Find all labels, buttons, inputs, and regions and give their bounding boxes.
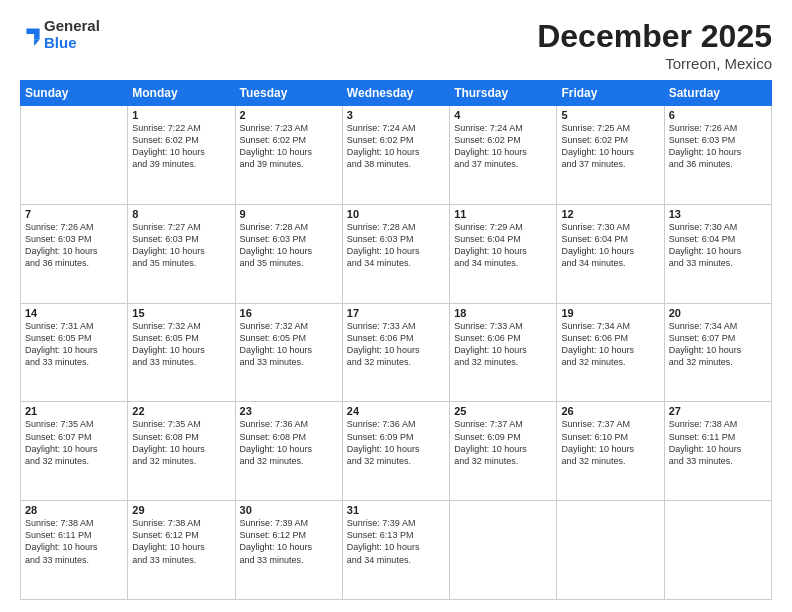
calendar-week-row: 28Sunrise: 7:38 AM Sunset: 6:11 PM Dayli…	[21, 501, 772, 600]
svg-marker-1	[34, 39, 40, 46]
table-row: 26Sunrise: 7:37 AM Sunset: 6:10 PM Dayli…	[557, 402, 664, 501]
table-row: 29Sunrise: 7:38 AM Sunset: 6:12 PM Dayli…	[128, 501, 235, 600]
table-row: 22Sunrise: 7:35 AM Sunset: 6:08 PM Dayli…	[128, 402, 235, 501]
day-number: 2	[240, 109, 338, 121]
day-number: 1	[132, 109, 230, 121]
table-row: 31Sunrise: 7:39 AM Sunset: 6:13 PM Dayli…	[342, 501, 449, 600]
day-number: 12	[561, 208, 659, 220]
table-row: 24Sunrise: 7:36 AM Sunset: 6:09 PM Dayli…	[342, 402, 449, 501]
table-row: 15Sunrise: 7:32 AM Sunset: 6:05 PM Dayli…	[128, 303, 235, 402]
col-wednesday: Wednesday	[342, 81, 449, 106]
day-info: Sunrise: 7:38 AM Sunset: 6:11 PM Dayligh…	[25, 517, 123, 566]
table-row: 12Sunrise: 7:30 AM Sunset: 6:04 PM Dayli…	[557, 204, 664, 303]
day-number: 15	[132, 307, 230, 319]
table-row	[664, 501, 771, 600]
day-info: Sunrise: 7:34 AM Sunset: 6:06 PM Dayligh…	[561, 320, 659, 369]
day-info: Sunrise: 7:28 AM Sunset: 6:03 PM Dayligh…	[347, 221, 445, 270]
day-info: Sunrise: 7:38 AM Sunset: 6:11 PM Dayligh…	[669, 418, 767, 467]
calendar-week-row: 7Sunrise: 7:26 AM Sunset: 6:03 PM Daylig…	[21, 204, 772, 303]
day-info: Sunrise: 7:24 AM Sunset: 6:02 PM Dayligh…	[347, 122, 445, 171]
table-row: 9Sunrise: 7:28 AM Sunset: 6:03 PM Daylig…	[235, 204, 342, 303]
day-info: Sunrise: 7:37 AM Sunset: 6:09 PM Dayligh…	[454, 418, 552, 467]
day-info: Sunrise: 7:23 AM Sunset: 6:02 PM Dayligh…	[240, 122, 338, 171]
day-info: Sunrise: 7:22 AM Sunset: 6:02 PM Dayligh…	[132, 122, 230, 171]
calendar-table: Sunday Monday Tuesday Wednesday Thursday…	[20, 80, 772, 600]
day-number: 29	[132, 504, 230, 516]
day-number: 5	[561, 109, 659, 121]
day-number: 28	[25, 504, 123, 516]
day-number: 31	[347, 504, 445, 516]
col-saturday: Saturday	[664, 81, 771, 106]
table-row: 25Sunrise: 7:37 AM Sunset: 6:09 PM Dayli…	[450, 402, 557, 501]
table-row: 6Sunrise: 7:26 AM Sunset: 6:03 PM Daylig…	[664, 106, 771, 205]
col-friday: Friday	[557, 81, 664, 106]
day-info: Sunrise: 7:36 AM Sunset: 6:08 PM Dayligh…	[240, 418, 338, 467]
day-number: 27	[669, 405, 767, 417]
day-info: Sunrise: 7:34 AM Sunset: 6:07 PM Dayligh…	[669, 320, 767, 369]
table-row: 21Sunrise: 7:35 AM Sunset: 6:07 PM Dayli…	[21, 402, 128, 501]
table-row: 3Sunrise: 7:24 AM Sunset: 6:02 PM Daylig…	[342, 106, 449, 205]
table-row: 8Sunrise: 7:27 AM Sunset: 6:03 PM Daylig…	[128, 204, 235, 303]
page-title: December 2025	[537, 18, 772, 55]
table-row	[450, 501, 557, 600]
day-info: Sunrise: 7:30 AM Sunset: 6:04 PM Dayligh…	[669, 221, 767, 270]
day-info: Sunrise: 7:37 AM Sunset: 6:10 PM Dayligh…	[561, 418, 659, 467]
table-row: 20Sunrise: 7:34 AM Sunset: 6:07 PM Dayli…	[664, 303, 771, 402]
day-number: 17	[347, 307, 445, 319]
title-block: December 2025 Torreon, Mexico	[537, 18, 772, 72]
day-number: 7	[25, 208, 123, 220]
col-sunday: Sunday	[21, 81, 128, 106]
day-number: 8	[132, 208, 230, 220]
day-info: Sunrise: 7:25 AM Sunset: 6:02 PM Dayligh…	[561, 122, 659, 171]
table-row: 18Sunrise: 7:33 AM Sunset: 6:06 PM Dayli…	[450, 303, 557, 402]
table-row: 28Sunrise: 7:38 AM Sunset: 6:11 PM Dayli…	[21, 501, 128, 600]
table-row: 13Sunrise: 7:30 AM Sunset: 6:04 PM Dayli…	[664, 204, 771, 303]
calendar-header-row: Sunday Monday Tuesday Wednesday Thursday…	[21, 81, 772, 106]
day-number: 25	[454, 405, 552, 417]
day-number: 3	[347, 109, 445, 121]
col-tuesday: Tuesday	[235, 81, 342, 106]
day-number: 4	[454, 109, 552, 121]
table-row: 10Sunrise: 7:28 AM Sunset: 6:03 PM Dayli…	[342, 204, 449, 303]
table-row: 1Sunrise: 7:22 AM Sunset: 6:02 PM Daylig…	[128, 106, 235, 205]
day-number: 23	[240, 405, 338, 417]
day-info: Sunrise: 7:27 AM Sunset: 6:03 PM Dayligh…	[132, 221, 230, 270]
day-info: Sunrise: 7:39 AM Sunset: 6:13 PM Dayligh…	[347, 517, 445, 566]
day-number: 22	[132, 405, 230, 417]
day-info: Sunrise: 7:32 AM Sunset: 6:05 PM Dayligh…	[240, 320, 338, 369]
table-row: 19Sunrise: 7:34 AM Sunset: 6:06 PM Dayli…	[557, 303, 664, 402]
table-row: 4Sunrise: 7:24 AM Sunset: 6:02 PM Daylig…	[450, 106, 557, 205]
svg-marker-0	[26, 28, 39, 39]
table-row: 2Sunrise: 7:23 AM Sunset: 6:02 PM Daylig…	[235, 106, 342, 205]
calendar-week-row: 1Sunrise: 7:22 AM Sunset: 6:02 PM Daylig…	[21, 106, 772, 205]
day-info: Sunrise: 7:39 AM Sunset: 6:12 PM Dayligh…	[240, 517, 338, 566]
day-number: 26	[561, 405, 659, 417]
day-info: Sunrise: 7:33 AM Sunset: 6:06 PM Dayligh…	[454, 320, 552, 369]
table-row	[21, 106, 128, 205]
day-number: 16	[240, 307, 338, 319]
logo-blue: Blue	[44, 35, 100, 52]
calendar-week-row: 14Sunrise: 7:31 AM Sunset: 6:05 PM Dayli…	[21, 303, 772, 402]
day-number: 20	[669, 307, 767, 319]
table-row: 23Sunrise: 7:36 AM Sunset: 6:08 PM Dayli…	[235, 402, 342, 501]
day-info: Sunrise: 7:30 AM Sunset: 6:04 PM Dayligh…	[561, 221, 659, 270]
col-thursday: Thursday	[450, 81, 557, 106]
logo-general: General	[44, 18, 100, 35]
day-info: Sunrise: 7:35 AM Sunset: 6:08 PM Dayligh…	[132, 418, 230, 467]
day-number: 30	[240, 504, 338, 516]
day-number: 6	[669, 109, 767, 121]
day-info: Sunrise: 7:32 AM Sunset: 6:05 PM Dayligh…	[132, 320, 230, 369]
day-number: 19	[561, 307, 659, 319]
day-info: Sunrise: 7:38 AM Sunset: 6:12 PM Dayligh…	[132, 517, 230, 566]
table-row: 7Sunrise: 7:26 AM Sunset: 6:03 PM Daylig…	[21, 204, 128, 303]
day-number: 21	[25, 405, 123, 417]
day-info: Sunrise: 7:36 AM Sunset: 6:09 PM Dayligh…	[347, 418, 445, 467]
table-row: 30Sunrise: 7:39 AM Sunset: 6:12 PM Dayli…	[235, 501, 342, 600]
page: General Blue December 2025 Torreon, Mexi…	[0, 0, 792, 612]
day-info: Sunrise: 7:29 AM Sunset: 6:04 PM Dayligh…	[454, 221, 552, 270]
day-info: Sunrise: 7:31 AM Sunset: 6:05 PM Dayligh…	[25, 320, 123, 369]
day-number: 24	[347, 405, 445, 417]
table-row	[557, 501, 664, 600]
day-info: Sunrise: 7:35 AM Sunset: 6:07 PM Dayligh…	[25, 418, 123, 467]
day-number: 11	[454, 208, 552, 220]
